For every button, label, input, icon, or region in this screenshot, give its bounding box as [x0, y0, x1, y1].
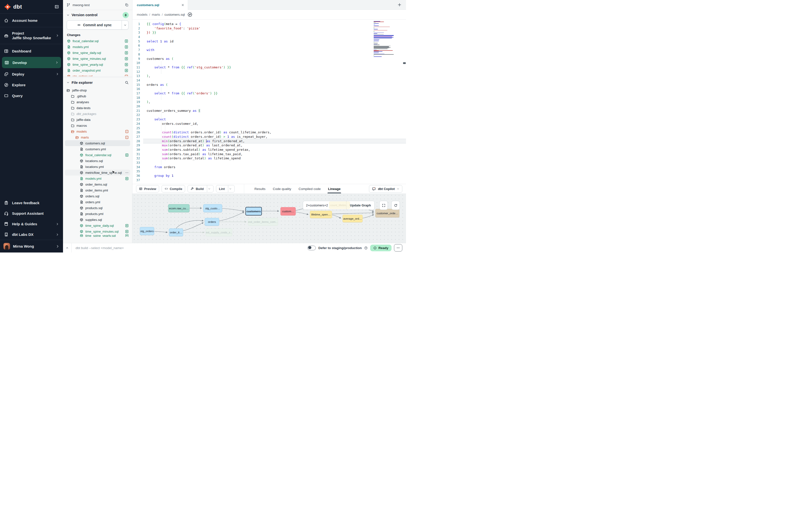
version-control-header[interactable]: Version control 8: [63, 10, 132, 20]
sidebar-item-help-guides[interactable]: Help & Guides: [0, 219, 63, 229]
update-graph-button[interactable]: Update Graph: [346, 201, 374, 210]
changed-file-fiscal-calendar-sql[interactable]: fiscal_calendar.sql: [63, 38, 132, 44]
code-line-17[interactable]: select * from {{ ref('orders') }}: [143, 91, 406, 96]
lineage-node-customer-orders[interactable]: customer_orde…: [375, 209, 399, 217]
code-line-10[interactable]: [143, 61, 406, 65]
sidebar-item-support-assistant[interactable]: Support Assistant: [0, 208, 63, 219]
tree-item-time-spine-minutes-sql[interactable]: time_spine_minutes.sql: [63, 228, 132, 234]
code-line-35[interactable]: [143, 169, 406, 174]
tree-item-customers-sql[interactable]: customers.sql: [65, 140, 130, 146]
lineage-node-ecom-raw-customers[interactable]: ecom.raw_cu…: [168, 204, 189, 212]
copilot-compass-icon[interactable]: [187, 12, 192, 17]
sidebar-item-project[interactable]: Project Jaffle Shop Snowflake: [0, 27, 63, 44]
collapse-sidebar-icon[interactable]: [54, 4, 59, 9]
defer-toggle[interactable]: [307, 245, 316, 250]
tree-item-jaffle-shop[interactable]: jaffle-shop: [63, 87, 132, 93]
lineage-node-customers-test[interactable]: custom…: [281, 207, 296, 215]
tab-lineage[interactable]: Lineage: [328, 184, 341, 193]
code-editor[interactable]: 1234567891011121314151617181920212223242…: [132, 20, 406, 184]
editor-minimap[interactable]: [374, 21, 396, 57]
code-line-36[interactable]: group by 1: [143, 174, 406, 178]
file-explorer-header[interactable]: File explorer: [63, 77, 132, 87]
code-line-20[interactable]: [143, 104, 406, 109]
code-line-15[interactable]: orders as (: [143, 82, 406, 87]
sidebar-item-deploy[interactable]: Deploy: [0, 69, 63, 79]
lineage-node-orders[interactable]: orders: [205, 218, 219, 226]
tree-item-marts[interactable]: marts: [63, 134, 132, 140]
lineage-node-average-order[interactable]: average_ord…: [342, 215, 363, 222]
sidebar-item-account-home[interactable]: Account home: [0, 14, 63, 27]
lint-options-chevron-icon[interactable]: [229, 187, 232, 190]
stage-add-icon[interactable]: [125, 51, 128, 55]
sidebar-item-user[interactable]: Mirna Wong: [0, 240, 63, 252]
code-line-26[interactable]: count(distinct orders.order_id) as count…: [143, 130, 406, 135]
tree-item-customers-yml[interactable]: customers.yml: [63, 146, 132, 152]
more-options-button[interactable]: [394, 244, 402, 251]
commit-and-sync-button[interactable]: Commit and sync: [67, 20, 129, 30]
sidebar-item-query[interactable]: Query: [0, 90, 63, 101]
stage-add-icon[interactable]: [125, 153, 129, 157]
stage-add-icon[interactable]: [125, 63, 128, 66]
kebab-menu-icon[interactable]: [125, 171, 129, 175]
code-line-6[interactable]: [143, 43, 406, 48]
stage-add-icon[interactable]: [125, 177, 129, 180]
tab-customers-sql[interactable]: customers.sql: [132, 0, 188, 10]
tree-item-data-tests[interactable]: data-tests: [63, 105, 132, 111]
code-line-9[interactable]: customers as (: [143, 57, 406, 61]
changed-file-models-yml[interactable]: models.yml: [63, 44, 132, 50]
code-line-33[interactable]: [143, 161, 406, 165]
dbt-command-input[interactable]: [75, 246, 305, 250]
tree-item-orders-yml[interactable]: orders.yml: [63, 199, 132, 205]
stage-add-icon[interactable]: [125, 69, 128, 72]
stage-add-icon[interactable]: [125, 39, 128, 43]
tree-item-fiscal-calendar-sql[interactable]: fiscal_calendar.sql: [63, 152, 132, 158]
code-line-32[interactable]: sum(orders.order_total) as lifetime_spen…: [143, 156, 406, 161]
code-line-8[interactable]: [143, 52, 406, 57]
lineage-canvas[interactable]: ecom.raw_cu…stg_custo…customerscustom…li…: [132, 193, 406, 243]
copy-icon[interactable]: [125, 3, 129, 7]
tree-item-locations-yml[interactable]: locations.yml: [63, 164, 132, 170]
changed-file-order-snapshot-yml[interactable]: order_snapshot.yml: [63, 67, 132, 73]
close-icon[interactable]: [181, 3, 184, 7]
code-line-1[interactable]: {{ config(meta = {: [143, 22, 406, 26]
breadcrumb-segment[interactable]: models: [137, 13, 148, 16]
fullscreen-button[interactable]: [379, 201, 388, 210]
tree-item-metricflow-time-spine-sql[interactable]: metricflow_time_spine.sql: [65, 170, 130, 176]
new-tab-button[interactable]: [397, 3, 401, 7]
sidebar-item-dashboard[interactable]: Dashboard: [0, 46, 63, 56]
changed-file-time-spine-minutes-sql[interactable]: time_spine_minutes.sql: [63, 56, 132, 61]
tree-item-products-sql[interactable]: products.sql: [63, 205, 132, 211]
sidebar-item-explore[interactable]: Explore: [0, 79, 63, 90]
stage-add-icon[interactable]: [125, 57, 128, 60]
tree-item-orders-sql[interactable]: orders.sql: [63, 193, 132, 199]
tree-item-time-spine-daily-sql[interactable]: time_spine_daily.sql: [63, 222, 132, 228]
code-line-30[interactable]: sum(orders.subtotal) as lifetime_spend_p…: [143, 148, 406, 152]
tree-item-github[interactable]: .github: [63, 93, 132, 99]
expand-command-bar-icon[interactable]: [65, 246, 69, 249]
sidebar-item-develop[interactable]: Develop: [2, 57, 61, 68]
lineage-node-order-items[interactable]: order_it…: [169, 228, 183, 236]
sidebar-item-leave-feedback[interactable]: Leave feedback: [0, 198, 63, 208]
status-badge[interactable]: Ready: [370, 245, 391, 251]
tree-item-locations-sql[interactable]: locations.sql: [63, 158, 132, 164]
code-line-7[interactable]: with: [143, 48, 406, 52]
lineage-selector-input[interactable]: [303, 203, 346, 207]
tree-item-order-items-yml[interactable]: order_items.yml: [63, 187, 132, 193]
code-line-13[interactable]: ),: [143, 74, 406, 78]
commit-options-chevron-icon[interactable]: [122, 21, 128, 29]
code-line-18[interactable]: [143, 96, 406, 100]
refresh-graph-button[interactable]: [391, 201, 400, 210]
changed-file-time-spine-yearly-sql[interactable]: time_spine_yearly.sql: [63, 61, 132, 67]
code-line-23[interactable]: select: [143, 117, 406, 122]
code-line-31[interactable]: sum(orders.tax_paid) as lifetime_tax_pai…: [143, 152, 406, 156]
code-line-29[interactable]: max(orders.ordered_at) as last_ordered_a…: [143, 143, 406, 148]
editor-scrollbar[interactable]: [403, 62, 406, 64]
code-line-37[interactable]: [143, 178, 406, 182]
code-line-24[interactable]: orders.customer_id,: [143, 122, 406, 126]
dbt-copilot-button[interactable]: dbt Copilot: [369, 185, 402, 193]
stage-add-icon[interactable]: [125, 234, 129, 237]
tree-item-jaffle-data[interactable]: jaffle-data: [63, 117, 132, 123]
tab-results[interactable]: Results: [255, 184, 266, 193]
tree-item-order-items-sql[interactable]: order_items.sql: [63, 181, 132, 187]
build-options-chevron-icon[interactable]: [208, 187, 211, 190]
